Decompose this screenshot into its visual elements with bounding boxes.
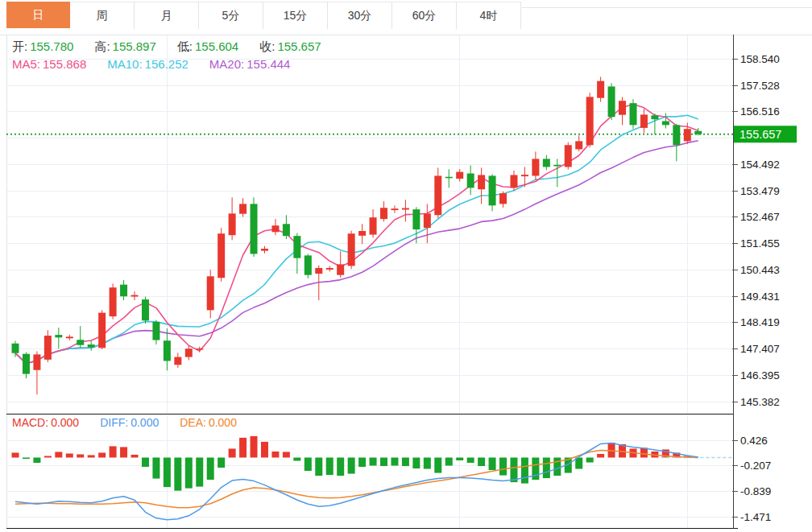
tab-timeframe-5[interactable]: 30分: [328, 2, 392, 29]
macd-histogram-bar: [348, 458, 355, 474]
price-tick-label: 146.395: [740, 369, 780, 381]
candle-body: [456, 172, 463, 179]
macd-tick-label: -0.207: [740, 460, 771, 472]
tab-timeframe-3[interactable]: 5分: [199, 2, 263, 29]
candle-body: [315, 268, 322, 274]
candle-body: [131, 295, 139, 297]
macd-tick-label: -0.839: [740, 485, 771, 497]
candle-body: [142, 299, 149, 320]
timeframe-tabbar: 日周月5分15分30分60分4时: [6, 2, 521, 29]
macd-legend-label: DEA:: [180, 416, 206, 429]
candle-body: [608, 86, 615, 117]
candle-body: [662, 121, 669, 125]
macd-histogram-bar: [304, 458, 312, 472]
candle-body: [489, 175, 496, 205]
macd-histogram-bar: [44, 456, 52, 457]
macd-histogram-bar: [478, 458, 485, 467]
price-tick-label: 153.479: [740, 185, 780, 197]
ohlc-legend: 开:155.780高:155.897低:155.604收:155.657: [12, 39, 342, 55]
candle-body: [424, 213, 431, 228]
macd-histogram-bar: [467, 458, 474, 464]
candle-body: [629, 103, 636, 125]
macd-tick-label: 0.426: [740, 435, 768, 447]
tab-timeframe-4[interactable]: 15分: [263, 2, 328, 29]
macd-histogram-bar: [261, 442, 268, 458]
candle-body: [694, 131, 702, 134]
macd-histogram-bar: [207, 458, 214, 480]
tab-timeframe-2[interactable]: 月: [135, 2, 199, 29]
macd-histogram-bar: [337, 458, 344, 476]
candle-body: [673, 125, 680, 145]
macd-histogram-bar: [434, 458, 441, 473]
macd-histogram-bar: [196, 458, 203, 487]
dea-line: [15, 451, 698, 508]
macd-histogram-bar: [380, 458, 387, 467]
candle-body: [44, 336, 52, 360]
candle-body: [185, 348, 193, 357]
candle-body: [619, 101, 626, 114]
candle-body: [337, 264, 344, 274]
candle-body: [261, 249, 268, 251]
tab-timeframe-1[interactable]: 周: [70, 2, 135, 29]
candle-body: [110, 287, 117, 316]
macd-histogram-bar: [229, 448, 236, 457]
macd-histogram-bar: [326, 458, 334, 476]
ohlc-legend-label: 收:: [259, 39, 275, 53]
macd-histogram-bar: [23, 458, 30, 460]
ma-legend-label: MA10:: [107, 57, 142, 71]
ohlc-legend-label: 高:: [94, 39, 110, 53]
ma10-line: [15, 115, 698, 363]
macd-tick-label: -1.471: [740, 511, 771, 523]
tab-timeframe-6[interactable]: 60分: [392, 2, 457, 29]
candle-body: [239, 204, 246, 213]
macd-histogram-bar: [412, 458, 420, 469]
macd-histogram-bar: [66, 453, 73, 457]
price-tick-label: 156.516: [740, 105, 780, 118]
macd-histogram-bar: [293, 458, 300, 461]
price-tick-label: 148.419: [740, 316, 780, 328]
candle-body: [402, 208, 409, 210]
ohlc-legend-value: 155.897: [113, 39, 156, 53]
macd-histogram-bar: [315, 458, 322, 476]
macd-histogram-bar: [152, 458, 160, 479]
candle-body: [499, 193, 507, 204]
candle-body: [467, 174, 474, 188]
macd-histogram-bar: [271, 452, 279, 458]
price-tick-label: 154.492: [740, 159, 780, 171]
price-tick-label: 157.528: [740, 80, 780, 92]
candle-body: [326, 268, 334, 270]
ohlc-legend-value: 155.657: [277, 39, 321, 53]
ma5-line: [15, 104, 698, 363]
ohlc-legend-value: 155.780: [30, 39, 73, 53]
candle-body: [152, 322, 160, 340]
ohlc-legend-label: 低:: [177, 39, 193, 53]
chart-canvas[interactable]: 158.540157.528156.516154.492153.479152.4…: [0, 0, 812, 532]
candle-body: [640, 114, 648, 127]
macd-legend-value: 0.000: [209, 416, 237, 429]
macd-legend: MACD:0.000DIFF:0.000DEA:0.000: [12, 416, 258, 429]
macd-histogram-bar: [543, 458, 550, 479]
macd-histogram-bar: [521, 458, 528, 484]
ohlc-legend-label: 开:: [12, 39, 27, 53]
price-tick-label: 150.443: [740, 264, 780, 276]
ma-legend-value: 155.868: [43, 57, 86, 71]
candle-body: [543, 159, 550, 167]
candle-body: [23, 354, 30, 374]
tab-timeframe-0[interactable]: 日: [6, 2, 70, 28]
macd-histogram-bar: [597, 454, 604, 458]
macd-legend-label: MACD:: [12, 416, 48, 429]
candle-body: [597, 81, 604, 98]
macd-histogram-bar: [164, 458, 171, 488]
candle-body: [358, 231, 366, 236]
macd-histogram-bar: [218, 458, 225, 468]
candle-body: [251, 204, 258, 254]
ohlc-legend-value: 155.604: [195, 39, 238, 53]
candle-body: [521, 175, 528, 176]
candle-body: [380, 208, 387, 219]
ma-legend-label: MA20:: [209, 57, 244, 71]
macd-histogram-bar: [239, 438, 246, 458]
macd-histogram-bar: [391, 458, 398, 466]
tab-timeframe-7[interactable]: 4时: [457, 2, 521, 29]
ma-legend: MA5:155.868MA10:156.252MA20:155.444: [12, 57, 311, 71]
macd-histogram-bar: [553, 458, 561, 476]
